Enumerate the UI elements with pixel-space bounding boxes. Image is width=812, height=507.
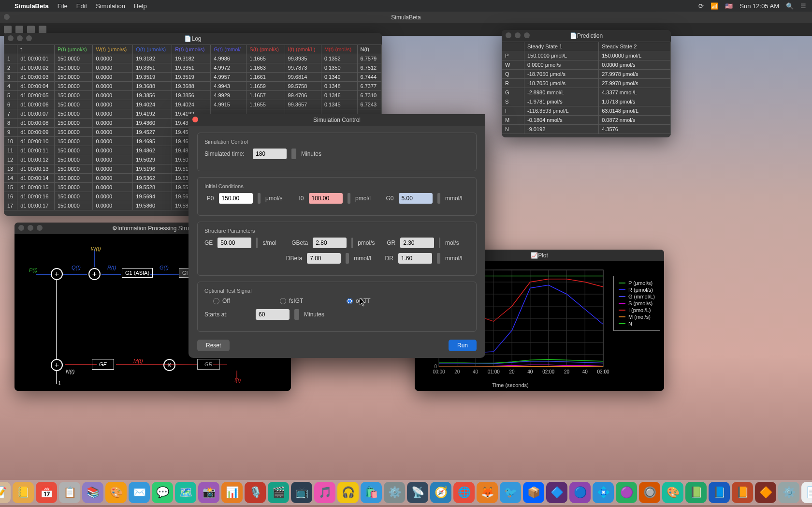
pred-h1[interactable]: Steady State 1 (524, 42, 599, 51)
dock-app[interactable]: 📋 (59, 482, 80, 503)
dock-app[interactable]: 📙 (732, 482, 753, 503)
starts-stepper[interactable] (294, 309, 299, 320)
dock-app[interactable]: ✉️ (129, 482, 150, 503)
dock-app[interactable]: 🧭 (430, 482, 451, 503)
dock-app[interactable]: 🔶 (755, 482, 776, 503)
log-col-q[interactable]: Q(t) (μmol/s) (133, 45, 172, 54)
dock-app[interactable]: 📄 (801, 482, 812, 503)
menu-file[interactable]: File (58, 2, 68, 10)
dock-app[interactable]: 💬 (152, 482, 173, 503)
prediction-titlebar[interactable]: 📄 Prediction (502, 30, 671, 42)
table-row[interactable]: W0.0000 μmol/s0.0000 μmol/s (502, 60, 671, 70)
radio-fsigt[interactable]: fsIGT (280, 298, 323, 304)
dock-app[interactable]: 🐦 (500, 482, 521, 503)
dock-app[interactable]: 🔵 (569, 482, 591, 503)
log-col-n[interactable]: N(t) (357, 45, 381, 54)
dock-app[interactable]: 🎵 (314, 482, 335, 503)
flag-icon[interactable]: 🇺🇸 (725, 2, 733, 10)
table-row[interactable]: R-18.7050 μmol/s27.9978 μmol/s (502, 79, 671, 88)
gbeta-input[interactable] (313, 238, 347, 248)
dock-app[interactable]: 🔷 (546, 482, 567, 503)
table-row[interactable]: S-1.9781 pmol/s1.0713 pmol/s (502, 97, 671, 106)
dock-app[interactable]: 🌐 (453, 482, 475, 503)
dock-app[interactable]: ⚙️ (778, 482, 799, 503)
menu-help[interactable]: Help (134, 2, 147, 10)
table-row[interactable]: 3d1 00:00:03150.00000.000019.351919.3519… (4, 73, 382, 82)
table-row[interactable]: G-2.8980 mmol/L4.3377 mmol/L (502, 88, 671, 97)
dock-app[interactable]: 📦 (523, 482, 544, 503)
dialog-titlebar[interactable]: Simulation Control (188, 114, 485, 126)
log-col-i[interactable]: I(t) (pmol/L) (285, 45, 321, 54)
dock-app[interactable]: 🎧 (337, 482, 359, 503)
radio-off[interactable]: Off (213, 298, 257, 304)
table-row[interactable]: P150.0000 μmol/L150.0000 μmol/L (502, 51, 671, 60)
dock-app[interactable]: 📸 (198, 482, 219, 503)
log-col-s[interactable]: S(t) (pmol/s) (246, 45, 285, 54)
log-col-p[interactable]: P(t) (μmol/s) (54, 45, 93, 54)
dock-app[interactable]: 📺 (291, 482, 312, 503)
dock-app[interactable]: 📊 (221, 482, 243, 503)
dock-app[interactable]: 🦊 (477, 482, 498, 503)
dock-app[interactable]: 🗺️ (175, 482, 196, 503)
menu-simulation[interactable]: Simulation (96, 2, 125, 10)
gbeta-stepper[interactable] (351, 238, 353, 248)
pred-h0[interactable] (502, 42, 524, 51)
dock-app[interactable]: ⚙️ (384, 482, 405, 503)
dbeta-input[interactable] (307, 253, 341, 264)
dock-app[interactable]: 🎬 (268, 482, 289, 503)
dock-app[interactable]: 📅 (36, 482, 57, 503)
toolbar-new-icon[interactable] (4, 26, 12, 33)
dock-app[interactable]: 📒 (13, 482, 34, 503)
log-col-g[interactable]: G(t) (mmol/ (211, 45, 246, 54)
menu-extra-icon[interactable]: ☰ (800, 2, 806, 10)
i0-stepper[interactable] (348, 193, 351, 204)
sync-icon[interactable]: ⟳ (698, 2, 704, 10)
dock-app[interactable]: 🎙️ (245, 482, 266, 503)
radio-ogtt[interactable]: oGTT (347, 298, 390, 304)
log-col-w[interactable]: W(t) (μmol/s) (93, 45, 133, 54)
table-row[interactable]: 2d1 00:00:02150.00000.000019.335119.3351… (4, 63, 382, 73)
table-row[interactable]: Q-18.7050 μmol/s27.9978 μmol/s (502, 70, 671, 79)
i0-input[interactable] (309, 193, 343, 204)
search-icon[interactable]: 🔍 (786, 2, 794, 10)
log-col-m[interactable]: M(t) (mol/s) (321, 45, 357, 54)
wifi-icon[interactable]: 📶 (710, 2, 718, 10)
gr-input[interactable] (400, 238, 434, 248)
toolbar-chart-icon[interactable] (39, 26, 46, 33)
log-col-idx[interactable] (4, 45, 17, 54)
dock-app[interactable]: 🎨 (105, 482, 127, 503)
dock-app[interactable]: 📚 (82, 482, 103, 503)
dr-input[interactable] (398, 253, 432, 264)
table-row[interactable]: 6d1 00:00:06150.00000.000019.402419.4024… (4, 100, 382, 109)
dock-app[interactable]: 💠 (593, 482, 614, 503)
sim-time-input[interactable] (253, 149, 287, 159)
dock-app[interactable]: 📝 (0, 482, 11, 503)
table-row[interactable]: 1d1 00:00:01150.00000.000019.318219.3182… (4, 54, 382, 63)
dock-app[interactable]: 📗 (685, 482, 707, 503)
log-col-r[interactable]: R(t) (μmol/s) (172, 45, 211, 54)
reset-button[interactable]: Reset (197, 340, 230, 351)
sim-time-stepper[interactable] (291, 149, 296, 159)
g0-input[interactable] (399, 193, 433, 204)
traffic-lights[interactable] (4, 14, 10, 20)
toolbar-save-icon[interactable] (15, 26, 23, 33)
dock-app[interactable]: 🟣 (616, 482, 637, 503)
app-name[interactable]: SimulaBeta (14, 2, 49, 10)
table-row[interactable]: N-9.01924.3576 (502, 125, 671, 134)
p0-stepper[interactable] (258, 193, 261, 204)
p0-input[interactable] (219, 193, 253, 204)
dock-app[interactable]: 📡 (407, 482, 428, 503)
log-titlebar[interactable]: 📄 Log (4, 33, 382, 45)
ge-input[interactable] (218, 238, 251, 248)
gr-stepper[interactable] (439, 238, 440, 248)
table-row[interactable]: 4d1 00:00:04150.00000.000019.368819.3688… (4, 82, 382, 91)
log-col-t[interactable]: t (17, 45, 55, 54)
close-icon[interactable] (192, 117, 198, 122)
dr-stepper[interactable] (437, 253, 440, 264)
dock-app[interactable]: 🎨 (662, 482, 683, 503)
pred-h2[interactable]: Steady State 2 (599, 42, 671, 51)
menu-edit[interactable]: Edit (76, 2, 87, 10)
g0-stepper[interactable] (437, 193, 441, 204)
table-row[interactable]: I-116.3593 pmol/L63.0148 pmol/L (502, 106, 671, 116)
table-row[interactable]: 5d1 00:00:05150.00000.000019.385619.3856… (4, 91, 382, 100)
